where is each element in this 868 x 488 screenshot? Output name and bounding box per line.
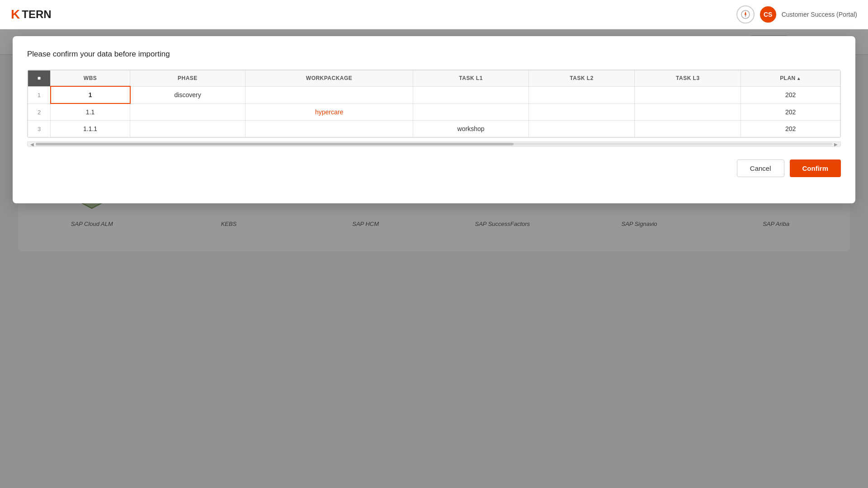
phase-cell: discovery — [130, 86, 245, 103]
horizontal-scrollbar[interactable]: ◀ ▶ — [27, 141, 841, 147]
task-l1-cell — [413, 86, 528, 103]
plan-cell: 202 — [741, 103, 840, 121]
plan-cell: 202 — [741, 86, 840, 103]
user-initials: CS — [764, 11, 772, 18]
app-header: K TERN CS Customer Success (Portal) — [0, 0, 868, 29]
task-l1-cell: workshop — [413, 121, 528, 137]
task-l2-cell — [528, 103, 635, 121]
task-l1-header: TASK L1 — [413, 70, 528, 87]
task-l2-cell — [528, 86, 635, 103]
data-table: ■ WBS PHASE WORKPACKAGE TASK L1 TASK L2 … — [28, 70, 840, 137]
task-l2-cell — [528, 121, 635, 137]
row-num: 3 — [38, 126, 41, 132]
compass-icon[interactable] — [736, 5, 755, 23]
avatar: CS — [760, 6, 776, 23]
scrollbar-track — [36, 143, 832, 145]
task-l2-header: TASK L2 — [528, 70, 635, 87]
logo-tern: TERN — [22, 8, 51, 21]
table-row: 1 1 discovery 202 — [28, 86, 840, 103]
row-num: 2 — [38, 109, 41, 116]
table-row: 3 1.1.1 workshop 202 — [28, 121, 840, 137]
task-l3-cell — [635, 121, 741, 137]
logo-k: K — [11, 7, 20, 22]
modal-title: Please confirm your data before importin… — [27, 50, 841, 59]
workpackage-cell — [245, 121, 413, 137]
phase-cell — [130, 121, 245, 137]
wbs-header: WBS — [51, 70, 130, 87]
plan-header: PLAN▲ — [741, 70, 840, 87]
task-l3-cell — [635, 103, 741, 121]
app-logo: K TERN — [11, 7, 52, 22]
data-table-wrapper: ■ WBS PHASE WORKPACKAGE TASK L1 TASK L2 … — [27, 70, 841, 138]
checkbox-header: ■ — [28, 70, 51, 87]
user-name: Customer Success (Portal) — [782, 11, 857, 18]
task-l1-cell — [413, 103, 528, 121]
confirm-modal: Please confirm your data before importin… — [13, 36, 855, 203]
scrollbar-thumb — [36, 143, 514, 145]
table-row: 2 1.1 hypercare 202 — [28, 103, 840, 121]
workpackage-cell — [245, 86, 413, 103]
workpackage-cell: hypercare — [245, 103, 413, 121]
row-num: 1 — [38, 92, 41, 99]
wbs-cell: 1.1.1 — [51, 121, 130, 137]
plan-cell: 202 — [741, 121, 840, 137]
task-l3-header: TASK L3 — [635, 70, 741, 87]
wbs-cell: 1.1 — [51, 103, 130, 121]
workpackage-header: WORKPACKAGE — [245, 70, 413, 87]
wbs-cell: 1 — [51, 86, 130, 103]
header-right: CS Customer Success (Portal) — [736, 5, 857, 23]
phase-cell — [130, 103, 245, 121]
phase-header: PHASE — [130, 70, 245, 87]
modal-footer: Cancel Confirm — [27, 160, 841, 177]
confirm-button[interactable]: Confirm — [790, 160, 841, 177]
cancel-button[interactable]: Cancel — [737, 160, 784, 177]
task-l3-cell — [635, 86, 741, 103]
